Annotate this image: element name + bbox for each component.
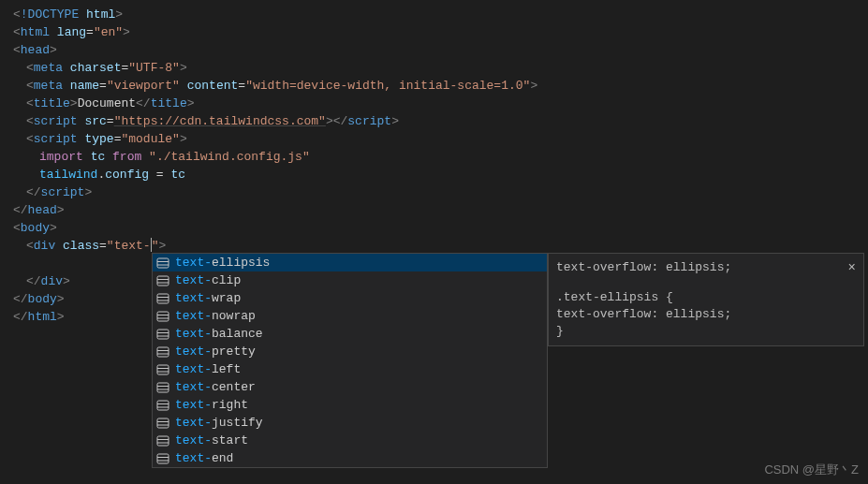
autocomplete-item[interactable]: text-start — [153, 432, 547, 449]
enum-member-icon — [156, 418, 169, 429]
autocomplete-item[interactable]: text-balance — [153, 325, 547, 343]
autocomplete-item[interactable]: text-right — [153, 396, 547, 414]
autocomplete-popup[interactable]: text-ellipsistext-cliptext-wraptext-nowr… — [152, 253, 548, 468]
autocomplete-item[interactable]: text-pretty — [153, 343, 547, 360]
svg-rect-27 — [157, 418, 169, 428]
svg-rect-24 — [157, 401, 169, 410]
enum-member-icon — [156, 293, 169, 304]
svg-rect-6 — [157, 294, 169, 303]
autocomplete-item-label: text-right — [175, 398, 248, 412]
svg-rect-12 — [157, 330, 169, 339]
autocomplete-item-label: text-center — [175, 380, 256, 394]
svg-rect-30 — [157, 436, 169, 446]
watermark-text: CSDN @星野丶Z — [764, 462, 859, 478]
svg-rect-33 — [157, 454, 169, 463]
enum-member-icon — [156, 346, 169, 358]
autocomplete-item[interactable]: text-justify — [153, 414, 547, 432]
enum-member-icon — [156, 435, 169, 447]
enum-member-icon — [156, 257, 169, 269]
doc-close-brace: } — [556, 323, 856, 340]
doc-rule: text-overflow: ellipsis; — [556, 306, 856, 323]
autocomplete-item[interactable]: text-left — [153, 360, 547, 378]
enum-member-icon — [156, 329, 169, 340]
svg-rect-21 — [157, 383, 169, 392]
autocomplete-item[interactable]: text-end — [153, 449, 547, 467]
autocomplete-item-label: text-nowrap — [175, 309, 256, 323]
autocomplete-item[interactable]: text-center — [153, 378, 547, 396]
autocomplete-item-label: text-start — [175, 433, 248, 447]
doc-selector: .text-ellipsis { — [556, 289, 856, 306]
autocomplete-item[interactable]: text-nowrap — [153, 307, 547, 325]
autocomplete-item-label: text-justify — [175, 416, 263, 430]
svg-rect-3 — [157, 276, 169, 286]
autocomplete-doc-panel: × text-overflow: ellipsis; .text-ellipsi… — [548, 253, 864, 346]
autocomplete-item[interactable]: text-ellipsis — [153, 254, 547, 271]
autocomplete-item[interactable]: text-clip — [153, 271, 547, 289]
enum-member-icon — [156, 382, 169, 393]
autocomplete-item-label: text-ellipsis — [175, 256, 270, 270]
autocomplete-item[interactable]: text-wrap — [153, 289, 547, 307]
autocomplete-item-label: text-clip — [175, 273, 241, 287]
enum-member-icon — [156, 453, 169, 464]
enum-member-icon — [156, 364, 169, 375]
svg-rect-18 — [157, 365, 169, 374]
enum-member-icon — [156, 311, 169, 322]
autocomplete-item-label: text-end — [175, 451, 233, 465]
autocomplete-item-label: text-pretty — [175, 345, 256, 359]
enum-member-icon — [156, 400, 169, 411]
svg-rect-15 — [157, 347, 169, 357]
autocomplete-item-label: text-wrap — [175, 291, 241, 305]
close-icon[interactable]: × — [848, 259, 856, 276]
svg-rect-9 — [157, 312, 169, 321]
autocomplete-item-label: text-balance — [175, 327, 263, 341]
enum-member-icon — [156, 275, 169, 286]
doc-preview-text: text-overflow: ellipsis; — [556, 259, 856, 276]
autocomplete-item-label: text-left — [175, 362, 241, 376]
svg-rect-0 — [157, 258, 169, 268]
